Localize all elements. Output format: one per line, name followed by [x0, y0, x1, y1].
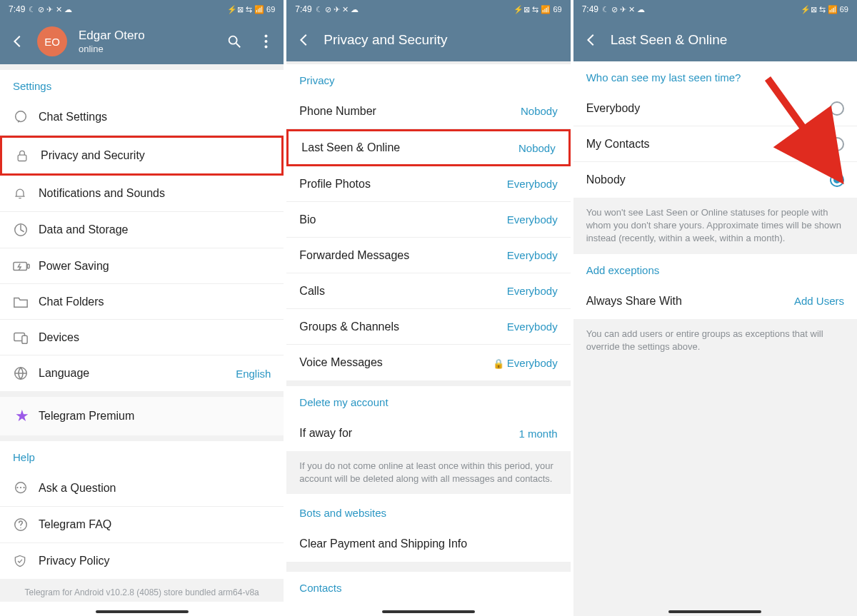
- profile-name: Edgar Otero: [79, 29, 215, 43]
- svg-point-1: [264, 35, 267, 38]
- status-time: 7:49: [582, 4, 598, 14]
- language-value: English: [236, 368, 271, 380]
- header: EO Edgar Otero online: [0, 19, 284, 64]
- search-icon[interactable]: [226, 34, 242, 49]
- battery-icon: [13, 261, 39, 272]
- page-title: Privacy and Security: [324, 32, 560, 48]
- privacy-forwarded[interactable]: Forwarded Messages Everybody: [286, 238, 570, 273]
- settings-privacy[interactable]: Privacy and Security: [0, 136, 284, 176]
- star-icon: ★: [13, 407, 31, 425]
- status-icons-left: ☾ ⊘ ✈ ✕ ☁: [29, 5, 71, 14]
- screen-lastseen: 7:49 ☾ ⊘ ✈ ✕ ☁ ⚡⊠ ⇆ 📶 69 Last Seen & Onl…: [573, 0, 857, 616]
- back-button[interactable]: [583, 32, 599, 48]
- option-nobody[interactable]: Nobody: [573, 162, 857, 198]
- telegram-premium[interactable]: ★ Telegram Premium: [0, 397, 284, 435]
- svg-rect-5: [18, 155, 26, 161]
- home-indicator: [96, 610, 189, 613]
- back-button[interactable]: [296, 32, 312, 48]
- radio-unchecked: [830, 137, 844, 151]
- section-delete: Delete my account: [286, 386, 570, 415]
- privacy-groups[interactable]: Groups & Channels Everybody: [286, 309, 570, 345]
- status-icons-right: ⚡⊠ ⇆ 📶 69: [513, 5, 561, 14]
- section-who: Who can see my last seen time?: [573, 61, 857, 91]
- more-icon[interactable]: [258, 34, 274, 49]
- shield-icon: [13, 553, 39, 569]
- header: Last Seen & Online: [573, 19, 857, 61]
- svg-rect-10: [22, 335, 27, 343]
- exception-share[interactable]: Always Share With Add Users: [573, 283, 857, 319]
- help-privacy[interactable]: Privacy Policy: [0, 543, 284, 579]
- privacy-phone[interactable]: Phone Number Nobody: [286, 94, 570, 129]
- screen-privacy: 7:49 ☾ ⊘ ✈ ✕ ☁ ⚡⊠ ⇆ 📶 69 Privacy and Sec…: [286, 0, 570, 616]
- devices-icon: [13, 330, 39, 345]
- globe-icon: [13, 365, 39, 381]
- svg-point-4: [16, 111, 26, 122]
- delete-description: If you do not come online at least once …: [286, 451, 570, 494]
- home-indicator: [668, 610, 761, 613]
- svg-point-0: [229, 36, 237, 44]
- statusbar: 7:49 ☾ ⊘ ✈ ✕ ☁ ⚡⊠ ⇆ 📶 69: [573, 0, 857, 19]
- settings-devices[interactable]: Devices: [0, 320, 284, 355]
- lock-icon: [15, 148, 41, 163]
- settings-power[interactable]: Power Saving: [0, 248, 284, 284]
- settings-chat[interactable]: Chat Settings: [0, 99, 284, 136]
- settings-folders[interactable]: Chat Folders: [0, 284, 284, 320]
- page-title: Last Seen & Online: [611, 32, 847, 48]
- section-exceptions: Add exceptions: [573, 254, 857, 283]
- help-faq[interactable]: Telegram FAQ: [0, 507, 284, 543]
- status-icons-right: ⚡⊠ ⇆ 📶 69: [227, 5, 275, 14]
- option-everybody[interactable]: Everybody: [573, 91, 857, 126]
- settings-language[interactable]: Language English: [0, 355, 284, 391]
- header: Privacy and Security: [286, 19, 570, 61]
- premium-lock-icon: 🔒: [493, 358, 504, 369]
- radio-unchecked: [830, 101, 844, 116]
- settings-notifications[interactable]: Notifications and Sounds: [0, 176, 284, 212]
- status-time: 7:49: [295, 4, 311, 14]
- avatar[interactable]: EO: [37, 26, 67, 56]
- bots-clear[interactable]: Clear Payment and Shipping Info: [286, 526, 570, 562]
- bell-icon: [13, 186, 39, 201]
- screen-settings: 7:49 ☾ ⊘ ✈ ✕ ☁ ⚡⊠ ⇆ 📶 69 EO Edgar Otero …: [0, 0, 284, 616]
- privacy-lastseen[interactable]: Last Seen & Online Nobody: [286, 129, 570, 166]
- status-icons-left: ☾ ⊘ ✈ ✕ ☁: [602, 5, 645, 14]
- data-icon: [13, 222, 39, 238]
- back-button[interactable]: [10, 34, 26, 49]
- delete-if-away[interactable]: If away for 1 month: [286, 415, 570, 451]
- svg-point-2: [264, 40, 267, 43]
- statusbar: 7:49 ☾ ⊘ ✈ ✕ ☁ ⚡⊠ ⇆ 📶 69: [0, 0, 284, 19]
- profile-status: online: [79, 44, 215, 54]
- status-icons-left: ☾ ⊘ ✈ ✕ ☁: [316, 5, 359, 14]
- help-icon: [13, 517, 39, 532]
- who-description: You won't see Last Seen or Online status…: [573, 198, 857, 254]
- status-icons-right: ⚡⊠ ⇆ 📶 69: [801, 5, 848, 14]
- option-contacts[interactable]: My Contacts: [573, 126, 857, 162]
- privacy-voice[interactable]: Voice Messages 🔒Everybody: [286, 345, 570, 380]
- radio-checked: [830, 173, 844, 187]
- settings-data[interactable]: Data and Storage: [0, 212, 284, 248]
- help-ask[interactable]: Ask a Question: [0, 470, 284, 507]
- svg-rect-8: [27, 264, 29, 268]
- section-privacy: Privacy: [286, 64, 570, 94]
- section-bots: Bots and websites: [286, 494, 570, 526]
- message-icon: [13, 480, 39, 496]
- svg-point-3: [264, 46, 267, 49]
- statusbar: 7:49 ☾ ⊘ ✈ ✕ ☁ ⚡⊠ ⇆ 📶 69: [286, 0, 570, 19]
- section-settings: Settings: [0, 70, 284, 99]
- privacy-bio[interactable]: Bio Everybody: [286, 202, 570, 238]
- privacy-photos[interactable]: Profile Photos Everybody: [286, 166, 570, 202]
- chat-icon: [13, 109, 39, 125]
- section-help: Help: [0, 441, 284, 470]
- exceptions-description: You can add users or entire groups as ex…: [573, 319, 857, 362]
- home-indicator: [382, 610, 475, 613]
- folder-icon: [13, 295, 39, 309]
- status-time: 7:49: [9, 4, 25, 14]
- version-label: Telegram for Android v10.2.8 (4085) stor…: [0, 579, 284, 602]
- privacy-calls[interactable]: Calls Everybody: [286, 273, 570, 309]
- section-contacts: Contacts: [286, 572, 570, 601]
